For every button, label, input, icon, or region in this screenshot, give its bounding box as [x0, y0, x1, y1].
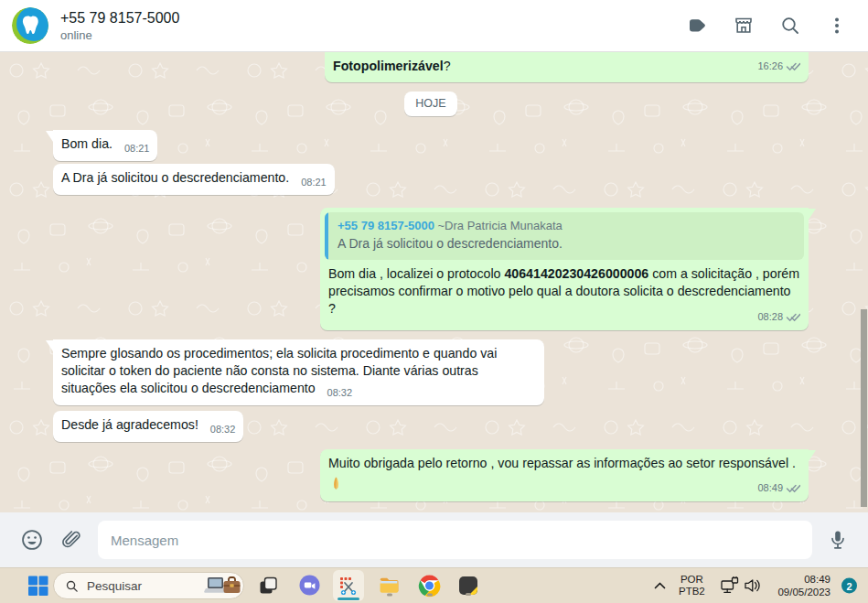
outgoing-message[interactable]: Muito obrigada pelo retorno , vou repass…	[320, 449, 809, 501]
message-row: A Dra já solicitou o descredenciamento. …	[53, 164, 809, 195]
double-check-icon	[786, 312, 800, 322]
menu-kebab-icon[interactable]	[826, 15, 848, 37]
message-row: Fotopolimerizável? 16:26	[53, 52, 809, 82]
bubble-tail	[809, 449, 816, 461]
outgoing-message[interactable]: +55 79 8157-5000 ~Dra Patricia Munakata …	[320, 208, 809, 330]
quote-sender-line: +55 79 8157-5000 ~Dra Patricia Munakata	[338, 218, 795, 234]
attach-icon[interactable]	[59, 528, 83, 552]
tray-chevron-icon[interactable]	[653, 580, 667, 592]
date-divider-row: HOJE	[53, 92, 809, 116]
message-text-bold: Fotopolimerizável	[333, 59, 444, 73]
notification-badge[interactable]: 2	[841, 578, 857, 594]
sticky-notes-icon[interactable]	[457, 575, 479, 597]
taskbar-search-label: Pesquisar	[87, 579, 204, 593]
notification-count: 2	[841, 578, 857, 594]
teams-chat-icon[interactable]	[298, 575, 321, 598]
message-time: 08:21	[124, 143, 150, 154]
running-app-indicator	[427, 594, 433, 597]
message-meta: 16:26	[757, 58, 800, 75]
outgoing-message[interactable]: Fotopolimerizável? 16:26	[325, 52, 809, 82]
incoming-message[interactable]: Bom dia. 08:21	[53, 130, 157, 161]
conversation-panel: Fotopolimerizável? 16:26 HOJE Bom dia. 0…	[0, 52, 868, 512]
message-time: 08:49	[757, 479, 783, 497]
bubble-tail	[809, 208, 816, 220]
message-text: Bom dia , localizei o protocolo 40641420…	[325, 260, 804, 323]
message-row: Desde já agradecemos! 08:32	[53, 411, 809, 442]
tray-date: 09/05/2023	[777, 586, 830, 598]
contact-avatar[interactable]	[12, 7, 48, 44]
snipping-tool-icon[interactable]	[333, 570, 364, 601]
message-text: Muito obrigada pelo retorno , vou repass…	[328, 456, 796, 470]
running-app-indicator	[387, 594, 392, 597]
mic-icon[interactable]	[826, 528, 850, 552]
speaker-icon[interactable]	[744, 577, 762, 594]
network-icon[interactable]	[720, 576, 740, 595]
message-row: Sempre glosando os procedimentos; ela so…	[53, 339, 809, 405]
date-divider: HOJE	[404, 92, 456, 116]
quote-sender-suffix: ~Dra Patricia Munakata	[438, 219, 563, 232]
task-view-icon[interactable]	[257, 575, 279, 597]
header-actions	[686, 15, 848, 37]
message-text: Sempre glosando os procedimentos; ela so…	[61, 346, 497, 395]
search-icon	[65, 579, 79, 593]
taskbar-search[interactable]: Pesquisar	[53, 572, 244, 599]
protocol-number: 40641420230426000006	[504, 266, 648, 281]
message-time: 08:32	[327, 387, 353, 398]
quoted-message[interactable]: +55 79 8157-5000 ~Dra Patricia Munakata …	[325, 212, 804, 260]
message-time: 08:32	[210, 424, 236, 435]
quote-text: A Dra já solicitou o descredenciamento.	[338, 235, 795, 253]
message-text: Bom dia.	[61, 136, 113, 151]
message-row: Muito obrigada pelo retorno , vou repass…	[53, 449, 809, 501]
message-time: 08:21	[301, 177, 327, 188]
tray-time: 08:49	[777, 573, 830, 586]
incoming-message[interactable]: A Dra já solicitou o descredenciamento. …	[53, 164, 335, 195]
message-emoji-line	[328, 474, 800, 492]
quote-sender: +55 79 8157-5000	[338, 219, 434, 232]
message-text: Desde já agradecemos!	[61, 417, 198, 432]
contact-status: online	[60, 27, 179, 44]
label-icon[interactable]	[686, 15, 708, 37]
emoji-icon[interactable]	[20, 528, 44, 552]
tray-language-top: POR	[679, 574, 705, 586]
windows-start-icon[interactable]	[27, 576, 48, 597]
message-time: 08:28	[757, 308, 783, 326]
windows-taskbar: Pesquisar	[0, 567, 868, 603]
double-check-icon	[786, 483, 800, 493]
tray-language[interactable]: POR PTB2	[679, 574, 705, 598]
message-input[interactable]	[98, 521, 812, 559]
double-check-icon	[786, 61, 800, 71]
contact-info[interactable]: +55 79 8157-5000 online	[60, 8, 179, 44]
bubble-tail	[46, 130, 53, 142]
message-row: +55 79 8157-5000 ~Dra Patricia Munakata …	[53, 208, 809, 330]
chrome-icon[interactable]	[418, 575, 441, 598]
message-meta: 08:28	[757, 308, 800, 326]
message-text: ?	[444, 59, 451, 73]
tooth-logo-icon	[12, 7, 48, 44]
chat-scrollbar[interactable]	[861, 309, 867, 507]
message-text: A Dra já solicitou o descredenciamento.	[61, 170, 289, 185]
active-app-indicator	[338, 598, 359, 600]
message-time: 16:26	[757, 58, 783, 75]
tray-clock[interactable]: 08:49 09/05/2023	[777, 573, 830, 598]
message-row: Bom dia. 08:21	[53, 130, 809, 161]
incoming-message[interactable]: Desde já agradecemos! 08:32	[53, 411, 243, 442]
contact-name: +55 79 8157-5000	[60, 8, 179, 27]
message-list: Fotopolimerizável? 16:26 HOJE Bom dia. 0…	[0, 52, 868, 512]
search-highlight-briefcase-icon	[222, 576, 241, 596]
incoming-message[interactable]: Sempre glosando os procedimentos; ela so…	[53, 339, 544, 405]
chat-header: +55 79 8157-5000 online	[0, 0, 868, 52]
tray-language-bottom: PTB2	[679, 586, 705, 598]
storefront-icon[interactable]	[733, 15, 755, 37]
file-explorer-icon[interactable]	[378, 575, 401, 598]
bubble-tail	[46, 339, 53, 351]
folded-hands-emoji	[328, 476, 344, 491]
message-composer	[0, 512, 868, 567]
running-app-indicator	[466, 593, 471, 596]
whatsapp-window: +55 79 8157-5000 online	[0, 0, 868, 603]
message-meta: 08:49	[757, 479, 800, 497]
search-icon[interactable]	[779, 15, 801, 37]
